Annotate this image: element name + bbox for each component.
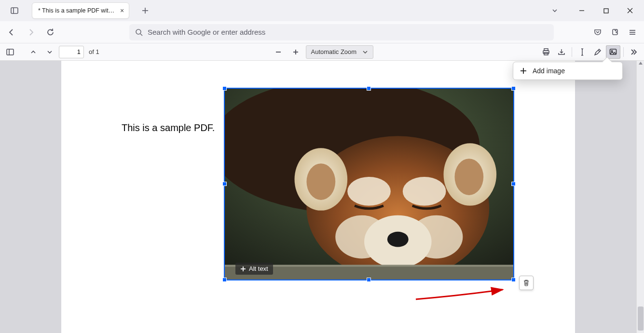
- resize-handle-bottom-left[interactable]: [222, 278, 227, 282]
- resize-handle-mid-right[interactable]: [511, 182, 516, 186]
- svg-point-32: [454, 159, 483, 195]
- sidebar-panel-button[interactable]: [7, 3, 22, 18]
- pdf-page: This is a sample PDF.: [61, 61, 575, 333]
- svg-point-30: [306, 163, 335, 200]
- page-number-input[interactable]: [59, 46, 84, 58]
- chevron-down-icon: [362, 49, 368, 55]
- svg-point-38: [387, 232, 409, 247]
- back-button[interactable]: [4, 25, 19, 40]
- svg-point-33: [347, 177, 391, 206]
- next-page-button[interactable]: [42, 45, 57, 59]
- print-button[interactable]: [539, 45, 553, 59]
- svg-rect-0: [11, 8, 18, 13]
- more-tools-button[interactable]: [627, 45, 641, 59]
- text-tool-button[interactable]: [575, 45, 589, 59]
- browser-tab[interactable]: * This is a sample PDF with an imag ×: [32, 2, 129, 19]
- svg-point-23: [611, 50, 613, 52]
- pdf-body-text: This is a sample PDF.: [122, 122, 215, 133]
- close-tab-icon[interactable]: ×: [120, 7, 124, 14]
- trash-icon: [522, 279, 530, 287]
- search-icon: [135, 28, 143, 36]
- add-image-menu-item[interactable]: Add image: [513, 62, 622, 80]
- image-tool-popup: Add image: [513, 62, 623, 80]
- scrollbar-thumb[interactable]: [638, 306, 644, 331]
- alt-text-button[interactable]: Alt text: [235, 263, 273, 275]
- window-controls: [571, 0, 641, 21]
- zoom-select[interactable]: Automatic Zoom: [306, 45, 373, 59]
- resize-handle-top-right[interactable]: [511, 86, 516, 91]
- svg-rect-13: [7, 49, 14, 55]
- vertical-scrollbar[interactable]: [636, 61, 644, 333]
- annotation-arrow: [413, 285, 510, 304]
- pdf-toolbar: of 1 Automatic Zoom: [0, 43, 644, 61]
- extensions-button[interactable]: [607, 25, 623, 40]
- resize-handle-mid-left[interactable]: [222, 182, 227, 186]
- zoom-in-button[interactable]: [288, 45, 303, 59]
- svg-marker-45: [639, 62, 643, 65]
- download-button[interactable]: [554, 45, 569, 59]
- delete-image-button[interactable]: [519, 276, 534, 290]
- resize-handle-top-mid[interactable]: [367, 86, 371, 91]
- address-bar-row: Search with Google or enter address: [0, 21, 644, 43]
- address-placeholder: Search with Google or enter address: [148, 28, 265, 36]
- plus-icon: [520, 67, 527, 74]
- app-menu-button[interactable]: [625, 25, 640, 40]
- svg-point-8: [136, 29, 141, 34]
- resize-handle-bottom-right[interactable]: [511, 278, 516, 282]
- reload-button[interactable]: [42, 25, 58, 40]
- scroll-up-icon[interactable]: [637, 61, 644, 66]
- svg-line-9: [140, 34, 142, 36]
- svg-rect-5: [604, 9, 608, 13]
- resize-handle-bottom-mid[interactable]: [367, 278, 371, 282]
- add-image-label: Add image: [533, 67, 565, 75]
- pocket-button[interactable]: [590, 25, 605, 40]
- svg-point-34: [403, 177, 446, 206]
- tab-title: * This is a sample PDF with an imag: [38, 7, 115, 14]
- zoom-select-label: Automatic Zoom: [311, 48, 357, 55]
- resize-handle-top-left[interactable]: [222, 86, 227, 91]
- page-count-label: of 1: [89, 48, 99, 55]
- window-titlebar: * This is a sample PDF with an imag ×: [0, 0, 644, 21]
- close-window-button[interactable]: [619, 0, 641, 21]
- maximize-button[interactable]: [595, 0, 617, 21]
- forward-button[interactable]: [23, 25, 39, 40]
- prev-page-button[interactable]: [26, 45, 41, 59]
- plus-icon: [240, 266, 246, 272]
- minimize-button[interactable]: [571, 0, 593, 21]
- new-tab-button[interactable]: [138, 3, 152, 18]
- toggle-sidebar-button[interactable]: [3, 45, 17, 59]
- pdf-viewport[interactable]: This is a sample PDF.: [0, 61, 644, 333]
- draw-tool-button[interactable]: [590, 45, 605, 59]
- inserted-image-selection[interactable]: Alt text: [224, 88, 514, 280]
- inserted-image[interactable]: [225, 89, 513, 280]
- zoom-out-button[interactable]: [271, 45, 286, 59]
- svg-line-21: [598, 50, 600, 52]
- address-input[interactable]: Search with Google or enter address: [129, 24, 554, 40]
- alt-text-label: Alt text: [249, 265, 268, 272]
- image-tool-button[interactable]: [606, 45, 620, 59]
- tabs-dropdown-button[interactable]: [548, 3, 562, 18]
